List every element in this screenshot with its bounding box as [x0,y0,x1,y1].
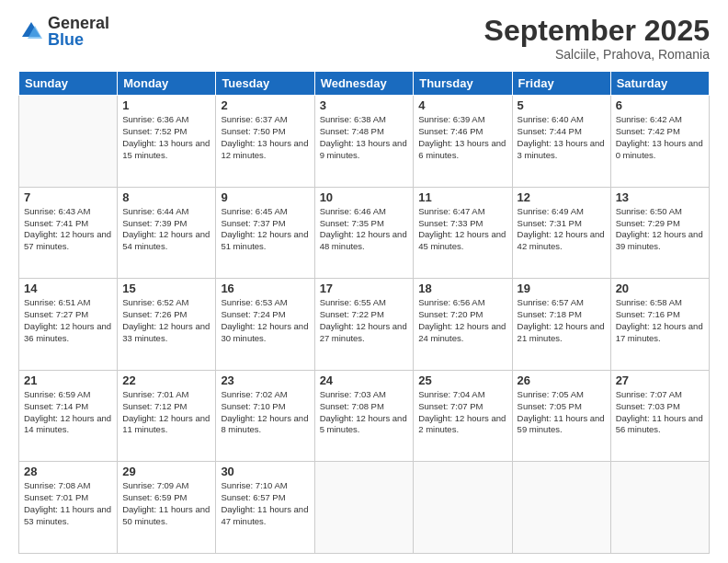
day-number: 16 [221,282,309,295]
table-row: 6 Sunrise: 6:42 AMSunset: 7:42 PMDayligh… [610,96,709,188]
table-row: 30 Sunrise: 7:10 AMSunset: 6:57 PMDaylig… [216,462,314,554]
logo-blue-text: Blue [48,31,109,48]
day-detail: Sunrise: 7:05 AMSunset: 7:05 PMDaylight:… [518,389,605,434]
day-number: 30 [221,465,309,478]
table-row: 28 Sunrise: 7:08 AMSunset: 7:01 PMDaylig… [19,462,118,554]
day-detail: Sunrise: 6:42 AMSunset: 7:42 PMDaylight:… [616,114,703,159]
day-detail: Sunrise: 6:37 AMSunset: 7:50 PMDaylight:… [221,114,308,159]
day-number: 4 [418,98,506,112]
month-title: September 2025 [484,15,710,47]
day-number: 18 [418,282,506,295]
day-number: 20 [616,282,704,295]
table-row: 26 Sunrise: 7:05 AMSunset: 7:05 PMDaylig… [512,370,610,462]
day-detail: Sunrise: 6:46 AMSunset: 7:35 PMDaylight:… [320,206,407,251]
table-row: 2 Sunrise: 6:37 AMSunset: 7:50 PMDayligh… [216,96,314,188]
table-row: 8 Sunrise: 6:44 AMSunset: 7:39 PMDayligh… [118,187,216,279]
day-detail: Sunrise: 6:58 AMSunset: 7:16 PMDaylight:… [616,297,703,342]
table-row: 12 Sunrise: 6:49 AMSunset: 7:31 PMDaylig… [512,187,610,279]
day-detail: Sunrise: 6:55 AMSunset: 7:22 PMDaylight:… [320,297,407,342]
col-monday: Monday [118,72,216,96]
day-number: 11 [418,190,506,204]
table-row: 4 Sunrise: 6:39 AMSunset: 7:46 PMDayligh… [414,96,512,188]
day-detail: Sunrise: 6:38 AMSunset: 7:48 PMDaylight:… [320,114,407,159]
day-detail: Sunrise: 6:49 AMSunset: 7:31 PMDaylight:… [518,206,605,251]
table-row: 10 Sunrise: 6:46 AMSunset: 7:35 PMDaylig… [314,187,414,279]
logo-general-text: General [48,15,109,31]
day-detail: Sunrise: 6:40 AMSunset: 7:44 PMDaylight:… [518,114,605,159]
calendar-week-row: 14 Sunrise: 6:51 AMSunset: 7:27 PMDaylig… [19,279,710,371]
table-row: 22 Sunrise: 7:01 AMSunset: 7:12 PMDaylig… [118,370,216,462]
day-detail: Sunrise: 6:52 AMSunset: 7:26 PMDaylight:… [122,297,210,342]
col-tuesday: Tuesday [216,72,314,96]
col-friday: Friday [512,72,610,96]
table-row [314,462,414,554]
day-number: 1 [122,98,210,112]
day-detail: Sunrise: 7:10 AMSunset: 6:57 PMDaylight:… [221,480,308,525]
table-row [414,462,512,554]
day-number: 12 [518,190,606,204]
day-detail: Sunrise: 6:50 AMSunset: 7:29 PMDaylight:… [616,206,703,251]
table-row: 14 Sunrise: 6:51 AMSunset: 7:27 PMDaylig… [19,279,118,371]
day-number: 17 [320,282,409,295]
day-detail: Sunrise: 6:56 AMSunset: 7:20 PMDaylight:… [418,297,506,342]
day-detail: Sunrise: 6:45 AMSunset: 7:37 PMDaylight:… [221,206,308,251]
day-detail: Sunrise: 7:03 AMSunset: 7:08 PMDaylight:… [320,389,407,434]
logo-icon [18,18,44,44]
table-row: 25 Sunrise: 7:04 AMSunset: 7:07 PMDaylig… [414,370,512,462]
day-number: 3 [320,98,409,112]
day-number: 23 [221,373,309,387]
day-number: 25 [418,373,506,387]
table-row: 9 Sunrise: 6:45 AMSunset: 7:37 PMDayligh… [216,187,314,279]
day-detail: Sunrise: 6:51 AMSunset: 7:27 PMDaylight:… [24,297,111,342]
day-detail: Sunrise: 6:39 AMSunset: 7:46 PMDaylight:… [418,114,506,159]
calendar-week-row: 7 Sunrise: 6:43 AMSunset: 7:41 PMDayligh… [19,187,710,279]
day-detail: Sunrise: 6:57 AMSunset: 7:18 PMDaylight:… [518,297,605,342]
day-number: 13 [616,190,704,204]
day-number: 27 [616,373,704,387]
day-number: 19 [518,282,606,295]
table-row: 7 Sunrise: 6:43 AMSunset: 7:41 PMDayligh… [19,187,118,279]
day-number: 2 [221,98,309,112]
title-block: September 2025 Salciile, Prahova, Romani… [484,15,710,62]
day-number: 6 [616,98,704,112]
weekday-header-row: Sunday Monday Tuesday Wednesday Thursday… [19,72,710,96]
table-row: 17 Sunrise: 6:55 AMSunset: 7:22 PMDaylig… [314,279,414,371]
table-row [512,462,610,554]
table-row: 16 Sunrise: 6:53 AMSunset: 7:24 PMDaylig… [216,279,314,371]
table-row: 5 Sunrise: 6:40 AMSunset: 7:44 PMDayligh… [512,96,610,188]
location-subtitle: Salciile, Prahova, Romania [484,47,710,62]
day-number: 22 [122,373,210,387]
table-row: 21 Sunrise: 6:59 AMSunset: 7:14 PMDaylig… [19,370,118,462]
table-row: 1 Sunrise: 6:36 AMSunset: 7:52 PMDayligh… [118,96,216,188]
calendar-week-row: 28 Sunrise: 7:08 AMSunset: 7:01 PMDaylig… [19,462,710,554]
day-number: 21 [24,373,112,387]
day-detail: Sunrise: 6:53 AMSunset: 7:24 PMDaylight:… [221,297,308,342]
col-sunday: Sunday [19,72,118,96]
header: General Blue September 2025 Salciile, Pr… [18,15,710,62]
col-thursday: Thursday [414,72,512,96]
logo: General Blue [18,15,109,48]
table-row: 20 Sunrise: 6:58 AMSunset: 7:16 PMDaylig… [610,279,709,371]
day-detail: Sunrise: 6:47 AMSunset: 7:33 PMDaylight:… [418,206,506,251]
col-saturday: Saturday [610,72,709,96]
table-row: 27 Sunrise: 7:07 AMSunset: 7:03 PMDaylig… [610,370,709,462]
calendar-table: Sunday Monday Tuesday Wednesday Thursday… [18,71,710,554]
calendar-week-row: 21 Sunrise: 6:59 AMSunset: 7:14 PMDaylig… [19,370,710,462]
day-number: 28 [24,465,112,478]
day-detail: Sunrise: 6:36 AMSunset: 7:52 PMDaylight:… [122,114,210,159]
day-detail: Sunrise: 6:43 AMSunset: 7:41 PMDaylight:… [24,206,111,251]
day-detail: Sunrise: 6:59 AMSunset: 7:14 PMDaylight:… [24,389,111,434]
day-detail: Sunrise: 7:08 AMSunset: 7:01 PMDaylight:… [24,480,111,525]
table-row: 19 Sunrise: 6:57 AMSunset: 7:18 PMDaylig… [512,279,610,371]
day-detail: Sunrise: 7:07 AMSunset: 7:03 PMDaylight:… [616,389,703,434]
day-detail: Sunrise: 7:04 AMSunset: 7:07 PMDaylight:… [418,389,506,434]
table-row [19,96,118,188]
day-detail: Sunrise: 6:44 AMSunset: 7:39 PMDaylight:… [122,206,210,251]
day-number: 24 [320,373,409,387]
day-number: 14 [24,282,112,295]
col-wednesday: Wednesday [314,72,414,96]
table-row: 23 Sunrise: 7:02 AMSunset: 7:10 PMDaylig… [216,370,314,462]
day-detail: Sunrise: 7:09 AMSunset: 6:59 PMDaylight:… [122,480,210,525]
table-row: 18 Sunrise: 6:56 AMSunset: 7:20 PMDaylig… [414,279,512,371]
day-number: 15 [122,282,210,295]
